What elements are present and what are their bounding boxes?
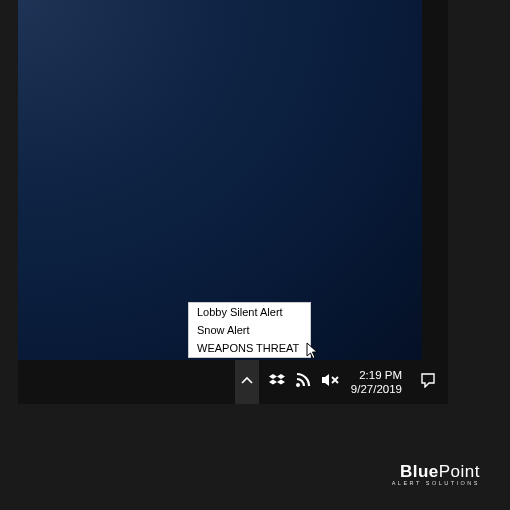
clock-time: 2:19 PM: [351, 368, 402, 382]
mouse-cursor-icon: [306, 342, 320, 364]
volume-muted-icon: [321, 372, 339, 392]
brand-word-2: Point: [439, 462, 480, 481]
tray-overflow-button[interactable]: [235, 360, 259, 404]
tray-context-menu: Lobby Silent Alert Snow Alert WEAPONS TH…: [188, 302, 311, 358]
volume-tray-icon[interactable]: [321, 372, 339, 392]
system-tray: 2:19 PM 9/27/2019: [235, 360, 448, 404]
menu-item-weapons-threat[interactable]: WEAPONS THREAT: [189, 339, 310, 357]
brand-word-1: Blue: [400, 462, 439, 481]
network-tray-icon[interactable]: [295, 372, 311, 392]
menu-item-snow-alert[interactable]: Snow Alert: [189, 321, 310, 339]
taskbar-clock[interactable]: 2:19 PM 9/27/2019: [349, 368, 404, 397]
dropbox-icon: [269, 372, 285, 392]
wifi-rss-icon: [295, 372, 311, 392]
chevron-up-icon: [241, 373, 253, 391]
notification-center-icon: [420, 372, 436, 392]
menu-item-lobby-silent-alert[interactable]: Lobby Silent Alert: [189, 303, 310, 321]
brand-subtitle: ALERT SOLUTIONS: [392, 480, 480, 486]
dropbox-tray-icon[interactable]: [269, 372, 285, 392]
brand-name: BluePoint: [392, 462, 480, 482]
brand-watermark: BluePoint ALERT SOLUTIONS: [392, 462, 480, 486]
action-center-button[interactable]: [414, 372, 442, 392]
clock-date: 9/27/2019: [351, 382, 402, 396]
screenshot-frame: Lobby Silent Alert Snow Alert WEAPONS TH…: [18, 0, 448, 404]
taskbar: 2:19 PM 9/27/2019: [18, 360, 448, 404]
svg-point-0: [296, 383, 300, 387]
